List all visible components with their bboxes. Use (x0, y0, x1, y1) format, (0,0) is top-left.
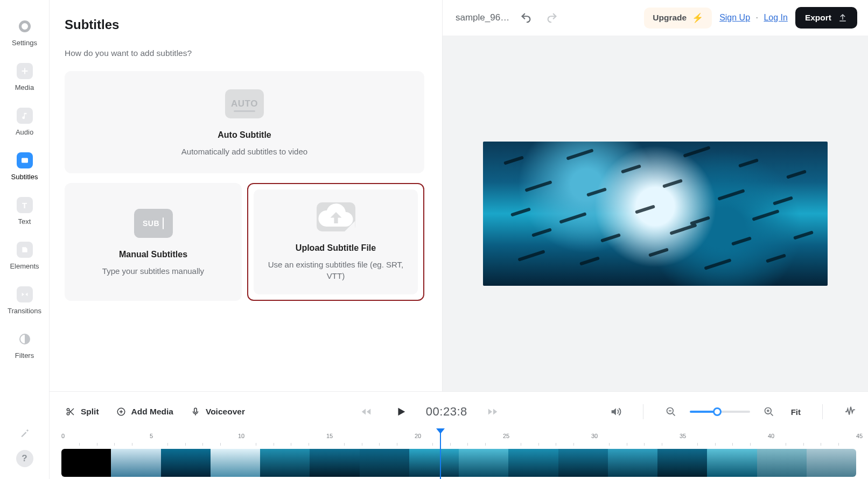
clip-thumbnail[interactable] (757, 449, 807, 477)
ruler-tick: 40 (768, 433, 774, 439)
transport-controls: 00:23:8 (357, 403, 502, 421)
forward-button[interactable] (484, 403, 502, 421)
clip-thumbnail[interactable] (310, 449, 359, 477)
manual-desc: Type your subtitles manually (102, 266, 204, 277)
fit-button[interactable]: Fit (788, 407, 804, 417)
sticker-icon (17, 242, 33, 258)
zoom-controls: Fit (606, 403, 859, 421)
zoom-slider[interactable] (690, 411, 750, 413)
video-preview[interactable] (483, 142, 828, 286)
donut-icon (17, 18, 33, 34)
clip-thumbnail[interactable] (260, 449, 310, 477)
project-name[interactable]: sample_96… (456, 12, 509, 23)
play-button[interactable] (391, 403, 410, 421)
music-note-icon (17, 108, 33, 124)
clip-thumbnail[interactable] (161, 449, 211, 477)
wand-icon[interactable] (19, 427, 30, 440)
svg-rect-2 (22, 161, 26, 163)
clip-thumbnail[interactable] (807, 449, 856, 477)
upload-arrow-icon (838, 13, 848, 23)
rail-label: Audio (16, 128, 33, 136)
scissors-icon (66, 407, 75, 417)
clip-thumbnail[interactable] (459, 449, 508, 477)
rail-elements[interactable]: Elements (0, 235, 49, 278)
zoom-in-button[interactable] (760, 403, 778, 421)
subtitles-icon (17, 152, 33, 168)
auto-badge-icon: AUTO (225, 89, 264, 118)
time-ruler[interactable]: 051015202530354045 (61, 433, 856, 447)
rail-label: Settings (12, 39, 37, 47)
ruler-tick: 45 (856, 433, 863, 439)
rail-label: Transitions (8, 307, 41, 315)
ruler-tick: 35 (680, 433, 686, 439)
playhead[interactable] (440, 429, 441, 479)
plus-icon (17, 63, 33, 79)
rail-audio[interactable]: Audio (0, 101, 49, 144)
rail-label: Media (15, 83, 34, 91)
rail-text[interactable]: T Text (0, 191, 49, 233)
preview-panel: sample_96… Upgrade ⚡ Sign Up · (443, 0, 868, 391)
log-in-link[interactable]: Log In (764, 13, 787, 22)
zoom-out-button[interactable] (662, 403, 680, 421)
clip-thumbnail[interactable] (508, 449, 558, 477)
split-button[interactable]: Split (58, 403, 107, 421)
cloud-upload-icon (317, 202, 355, 231)
subtitles-panel: Subtitles How do you want to add subtitl… (50, 0, 443, 391)
auto-subtitle-card[interactable]: AUTO Auto Subtitle Automatically add sub… (65, 71, 424, 173)
waveform-button[interactable] (841, 403, 859, 421)
rail-subtitles[interactable]: Subtitles (0, 146, 49, 188)
clip-thumbnail[interactable] (558, 449, 608, 477)
help-button[interactable]: ? (16, 450, 33, 467)
rail-label: Filters (15, 351, 34, 360)
clip-thumbnail[interactable] (608, 449, 657, 477)
plus-circle-icon (116, 407, 126, 417)
add-media-label: Add Media (131, 407, 173, 417)
panel-subtitle: How do you want to add subtitles? (65, 48, 428, 58)
clip-thumbnail[interactable] (707, 449, 757, 477)
timeline-area: Split Add Media Voiceover (50, 391, 868, 479)
clip-thumbnail[interactable] (409, 449, 459, 477)
rail-label: Text (18, 217, 31, 226)
clip-thumbnail[interactable] (657, 449, 707, 477)
microphone-icon (191, 407, 200, 417)
svg-point-0 (20, 22, 29, 31)
clip-thumbnail[interactable] (211, 449, 260, 477)
upload-subtitle-card[interactable]: Upload Subtitle File Use an existing sub… (247, 183, 424, 301)
rail-settings[interactable]: Settings (0, 12, 49, 54)
rewind-button[interactable] (357, 403, 375, 421)
sign-up-link[interactable]: Sign Up (719, 13, 750, 22)
svg-point-5 (67, 413, 69, 415)
rail-transitions[interactable]: Transitions (0, 280, 49, 322)
preview-area (443, 36, 868, 391)
voiceover-button[interactable]: Voiceover (183, 403, 253, 421)
redo-button[interactable] (543, 9, 561, 27)
zoom-thumb[interactable] (713, 407, 722, 416)
manual-badge-icon: SUB (134, 209, 173, 238)
ruler-tick: 0 (61, 433, 65, 439)
transitions-icon (17, 286, 33, 302)
manual-badge-text: SUB (143, 219, 159, 228)
rail-filters[interactable]: Filters (0, 325, 49, 367)
auth-links: Sign Up · Log In (719, 13, 788, 23)
clip-thumbnail[interactable] (360, 449, 409, 477)
rail-label: Subtitles (11, 173, 38, 181)
clip-track[interactable] (61, 449, 856, 477)
upload-desc: Use an existing subtitles file (eg. SRT,… (263, 259, 408, 281)
manual-title: Manual Subtitles (119, 250, 187, 259)
rail-media[interactable]: Media (0, 57, 49, 99)
export-button[interactable]: Export (795, 7, 857, 29)
ruler-tick: 20 (415, 433, 421, 439)
clip-thumbnail[interactable] (61, 449, 111, 477)
upgrade-button[interactable]: Upgrade ⚡ (644, 8, 712, 29)
manual-subtitles-card[interactable]: SUB Manual Subtitles Type your subtitles… (65, 183, 242, 301)
undo-button[interactable] (517, 9, 535, 27)
rail-label: Elements (10, 262, 39, 270)
auto-desc: Automatically add subtitles to video (78, 146, 411, 157)
upgrade-label: Upgrade (653, 13, 687, 23)
topbar: sample_96… Upgrade ⚡ Sign Up · (443, 0, 868, 36)
volume-button[interactable] (606, 403, 625, 421)
clip-thumbnail[interactable] (111, 449, 160, 477)
ruler-tick: 25 (503, 433, 509, 439)
add-media-button[interactable]: Add Media (109, 403, 181, 421)
ruler-tick: 10 (238, 433, 244, 439)
